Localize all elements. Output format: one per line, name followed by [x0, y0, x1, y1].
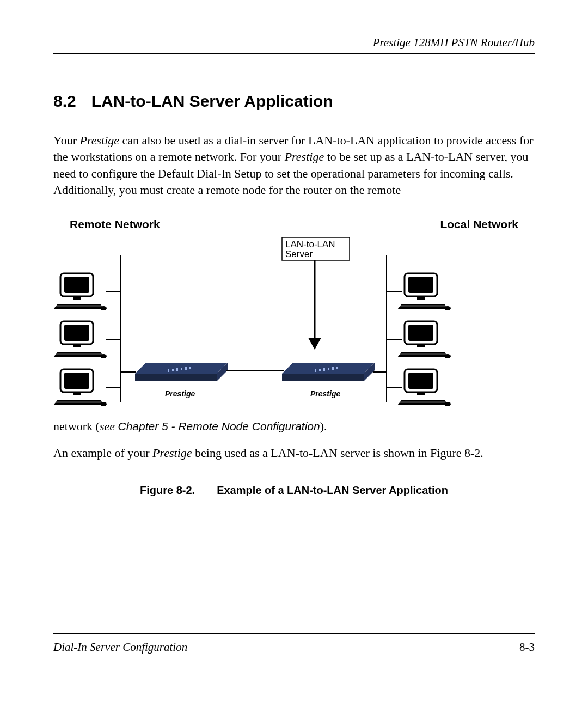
workstation-icon	[387, 321, 451, 358]
ad-t2: ).	[320, 419, 327, 433]
diagram-top-labels: Remote Network Local Network	[53, 218, 535, 231]
workstation-icon	[53, 273, 120, 310]
footer-page-number: 8-3	[519, 640, 535, 654]
workstation-icon	[53, 369, 120, 406]
svg-marker-28	[308, 338, 321, 350]
router-icon	[282, 363, 375, 381]
p2-t1: An example of your	[53, 446, 152, 460]
ad-t1: network (	[53, 419, 100, 433]
page-footer: Dial-In Server Configuration 8-3	[53, 633, 535, 654]
after-diagram-line: network (see Chapter 5 - Remote Node Con…	[53, 418, 535, 435]
local-network-label: Local Network	[399, 218, 518, 231]
figure-number: Figure 8-2.	[140, 484, 195, 496]
running-header: Prestige 128MH PSTN Router/Hub	[53, 36, 535, 54]
router-icon	[135, 363, 228, 381]
router-left-caption: Prestige	[165, 389, 195, 398]
router-right-caption: Prestige	[310, 389, 340, 398]
footer-left: Dial-In Server Configuration	[53, 640, 187, 654]
remote-network-label: Remote Network	[70, 218, 399, 231]
section-title: LAN-to-LAN Server Application	[91, 92, 333, 110]
figure-title: Example of a LAN-to-LAN Server Applicati…	[217, 484, 448, 496]
diagram-svg: LAN-to-LAN Server Prestige Prestige	[53, 233, 535, 413]
figure-caption: Figure 8-2.Example of a LAN-to-LAN Serve…	[53, 484, 535, 497]
lan-to-lan-box-line1: LAN-to-LAN	[285, 239, 335, 249]
diagram-wrapper: Remote Network Local Network	[53, 218, 535, 415]
workstation-icon	[53, 321, 120, 358]
p1-t1: Your	[53, 133, 80, 147]
p1-prestige-2: Prestige	[285, 150, 324, 163]
network-diagram: LAN-to-LAN Server Prestige Prestige	[53, 233, 535, 415]
workstation-icon	[387, 369, 451, 406]
workstation-icon	[387, 273, 451, 310]
p2-prestige: Prestige	[152, 446, 192, 460]
p2-t2: being used as a LAN-to-LAN server is sho…	[192, 446, 483, 460]
section-heading: 8.2LAN-to-LAN Server Application	[53, 92, 535, 111]
page: Prestige 128MH PSTN Router/Hub 8.2LAN-to…	[0, 0, 588, 714]
paragraph-1: Your Prestige can also be used as a dial…	[53, 132, 535, 198]
chapter-reference: Chapter 5 - Remote Node Configuration	[118, 420, 320, 432]
ad-see: see	[100, 419, 118, 433]
lan-to-lan-box-line2: Server	[285, 249, 313, 259]
section-number: 8.2	[53, 92, 76, 110]
paragraph-2: An example of your Prestige being used a…	[53, 445, 535, 461]
p1-prestige-1: Prestige	[80, 133, 120, 147]
